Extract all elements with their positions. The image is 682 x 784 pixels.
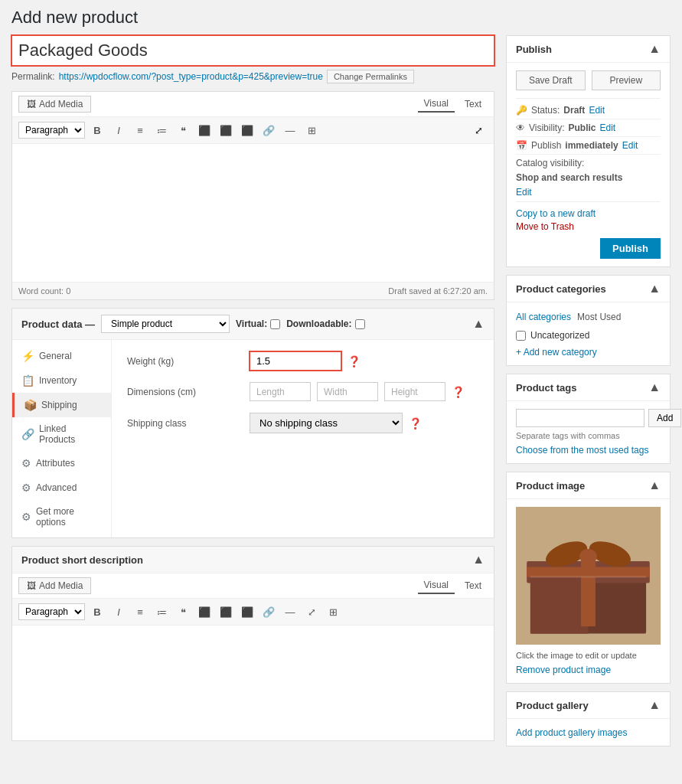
fullscreen-button[interactable]: ⤢ [469, 121, 488, 139]
nav-item-get-more[interactable]: ⚙ Get more options [12, 500, 111, 534]
tab-text[interactable]: Text [458, 96, 488, 113]
uncategorized-checkbox[interactable] [516, 331, 526, 341]
permalink-label: Permalink: [11, 71, 55, 82]
sd-ordered-list-button[interactable]: ≔ [152, 603, 171, 621]
editor-content-area[interactable] [12, 144, 494, 282]
bold-button[interactable]: B [88, 121, 106, 139]
status-edit-link[interactable]: Edit [589, 105, 605, 116]
tags-panel-collapse-button[interactable]: ▲ [648, 381, 661, 394]
short-desc-format-select[interactable]: Paragraph [18, 603, 85, 620]
short-desc-editor-tabs: Visual Text [418, 577, 488, 594]
publish-panel-actions: Save Draft Preview [516, 70, 661, 90]
product-type-select[interactable]: Simple product Variable product Grouped … [101, 315, 230, 333]
weight-input[interactable] [250, 351, 341, 371]
publish-panel-collapse-button[interactable]: ▲ [648, 42, 661, 56]
weight-field: ❓ [250, 351, 478, 371]
sd-horizontal-rule-button[interactable]: — [281, 603, 299, 621]
copy-to-draft-link[interactable]: Copy to a new draft [516, 208, 661, 219]
publish-links: Copy to a new draft Move to Trash [516, 208, 661, 232]
sd-table-button[interactable]: ⊞ [324, 603, 342, 621]
short-desc-tab-text[interactable]: Text [458, 577, 488, 594]
add-media-button[interactable]: 🖼 Add Media [18, 96, 91, 113]
product-image-panel-header: Product image ▲ [507, 472, 670, 499]
sd-blockquote-button[interactable]: ❝ [174, 603, 192, 621]
align-left-button[interactable]: ⬛ [195, 121, 214, 139]
align-right-button[interactable]: ⬛ [238, 121, 256, 139]
gallery-panel-collapse-button[interactable]: ▲ [648, 698, 661, 712]
short-desc-add-media-button[interactable]: 🖼 Add Media [18, 577, 91, 594]
product-image-svg [516, 507, 661, 645]
main-content: Permalink: https://wpdocflow.com/?post_t… [11, 35, 494, 754]
catalog-visibility-edit-link[interactable]: Edit [516, 187, 532, 198]
add-gallery-images-link[interactable]: Add product gallery images [516, 727, 627, 738]
nav-item-advanced[interactable]: ⚙ Advanced [12, 475, 111, 500]
horizontal-rule-button[interactable]: — [281, 121, 299, 139]
sd-link-button[interactable]: 🔗 [259, 603, 278, 621]
all-categories-tab[interactable]: All categories [516, 310, 571, 324]
product-gallery-panel: Product gallery ▲ Add product gallery im… [506, 691, 671, 746]
weight-help-icon[interactable]: ❓ [348, 355, 361, 368]
publish-button[interactable]: Publish [600, 238, 661, 259]
short-description-content-area[interactable] [12, 626, 494, 740]
virtual-checkbox[interactable] [270, 319, 280, 329]
blockquote-button[interactable]: ❝ [174, 121, 192, 139]
most-used-tab[interactable]: Most Used [577, 310, 621, 324]
sd-align-right-button[interactable]: ⬛ [238, 603, 256, 621]
product-image-box[interactable] [516, 507, 661, 645]
short-desc-collapse-button[interactable]: ▲ [472, 553, 485, 567]
editor-footer: Word count: 0 Draft saved at 6:27:20 am. [12, 282, 494, 299]
dimensions-help-icon[interactable]: ❓ [452, 386, 465, 398]
publish-time-edit-link[interactable]: Edit [622, 140, 638, 151]
sd-italic-button[interactable]: I [109, 603, 128, 621]
preview-button[interactable]: Preview [592, 70, 661, 90]
choose-tags-link[interactable]: Choose from the most used tags [516, 445, 648, 456]
sd-bold-button[interactable]: B [88, 603, 106, 621]
tags-add-button[interactable]: Add [648, 409, 681, 427]
short-desc-tab-visual[interactable]: Visual [418, 577, 455, 594]
tags-input[interactable] [516, 409, 644, 427]
categories-panel-collapse-button[interactable]: ▲ [648, 282, 661, 296]
product-image-collapse-button[interactable]: ▲ [648, 479, 661, 492]
publish-btn-row: Publish [516, 238, 661, 259]
publish-panel-body: Save Draft Preview 🔑 Status: Draft Edit … [507, 63, 670, 266]
add-new-category-link[interactable]: + Add new category [516, 347, 661, 358]
nav-item-linked-products[interactable]: 🔗 Linked Products [12, 417, 111, 451]
tab-visual[interactable]: Visual [418, 96, 455, 113]
product-data-collapse-button[interactable]: ▲ [472, 317, 485, 331]
sd-unordered-list-button[interactable]: ≡ [131, 603, 149, 621]
link-button[interactable]: 🔗 [259, 121, 278, 139]
product-image-panel-body: Click the image to edit or update Remove… [507, 499, 670, 683]
ordered-list-button[interactable]: ≔ [152, 121, 171, 139]
shipping-class-help-icon[interactable]: ❓ [409, 417, 422, 430]
nav-item-shipping[interactable]: 📦 Shipping [12, 393, 111, 417]
calendar-icon: 📅 [516, 140, 527, 151]
visibility-edit-link[interactable]: Edit [599, 122, 615, 133]
height-input[interactable] [384, 382, 445, 401]
product-image-title: Product image [516, 480, 585, 492]
downloadable-checkbox[interactable] [355, 319, 365, 329]
product-image-container[interactable] [516, 507, 661, 645]
unordered-list-button[interactable]: ≡ [131, 121, 149, 139]
align-center-button[interactable]: ⬛ [217, 121, 235, 139]
dimensions-row: Dimensions (cm) ❓ [127, 382, 478, 401]
permalink-url[interactable]: https://wpdocflow.com/?post_type=product… [59, 71, 323, 82]
nav-item-inventory[interactable]: 📋 Inventory [12, 368, 111, 393]
shipping-icon: 📦 [24, 399, 37, 411]
width-input[interactable] [317, 382, 378, 401]
shipping-class-select[interactable]: No shipping class [250, 413, 403, 433]
nav-item-general[interactable]: ⚡ General [12, 344, 111, 368]
move-to-trash-link[interactable]: Move to Trash [516, 221, 661, 232]
italic-button[interactable]: I [109, 121, 128, 139]
tags-panel-header: Product tags ▲ [507, 374, 670, 401]
table-button[interactable]: ⊞ [302, 121, 321, 139]
format-select[interactable]: Paragraph [18, 122, 85, 139]
sd-align-center-button[interactable]: ⬛ [217, 603, 235, 621]
length-input[interactable] [250, 382, 311, 401]
product-title-input[interactable] [11, 35, 494, 66]
sd-align-left-button[interactable]: ⬛ [195, 603, 214, 621]
sd-fullscreen-button[interactable]: ⤢ [302, 603, 321, 621]
change-permalink-button[interactable]: Change Permalinks [327, 70, 414, 83]
save-draft-button[interactable]: Save Draft [516, 70, 586, 90]
nav-item-attributes[interactable]: ⚙ Attributes [12, 451, 111, 475]
remove-product-image-link[interactable]: Remove product image [516, 665, 611, 675]
